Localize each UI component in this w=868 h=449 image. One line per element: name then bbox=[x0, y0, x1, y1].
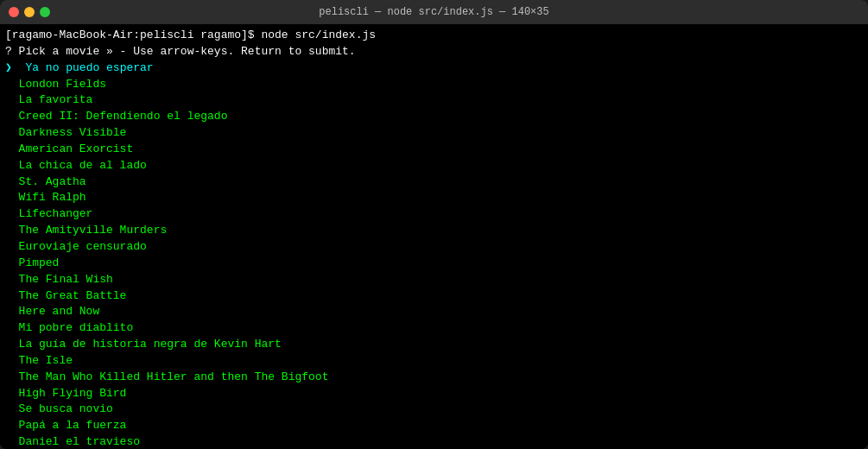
list-item[interactable]: London Fields bbox=[5, 77, 863, 93]
close-button[interactable] bbox=[9, 7, 19, 17]
list-item[interactable]: High Flying Bird bbox=[5, 386, 863, 402]
window-title: peliscli — node src/index.js — 140×35 bbox=[319, 6, 548, 18]
selected-item[interactable]: ❯ Ya no puedo esperar bbox=[5, 60, 863, 77]
pick-label: ? Pick a movie » - Use arrow-keys. Retur… bbox=[5, 44, 863, 60]
list-item[interactable]: La favorita bbox=[5, 92, 863, 109]
list-item[interactable]: Se busca novio bbox=[5, 402, 863, 418]
items-list: London Fields La favorita Creed II: Defe… bbox=[5, 77, 863, 449]
list-item[interactable]: Darkness Visible bbox=[5, 125, 863, 142]
list-item[interactable]: The Great Battle bbox=[5, 288, 863, 305]
maximize-button[interactable] bbox=[40, 7, 50, 17]
minimize-button[interactable] bbox=[24, 7, 35, 17]
list-item[interactable]: Daniel el travieso bbox=[5, 434, 863, 449]
prompt-line: [ragamo-MacBook-Air:peliscli ragamo]$ no… bbox=[5, 28, 863, 44]
list-item[interactable]: St. Agatha bbox=[5, 174, 863, 191]
list-item[interactable]: Pimped bbox=[5, 256, 863, 272]
list-item[interactable]: Lifechanger bbox=[5, 206, 863, 223]
list-item[interactable]: Wifi Ralph bbox=[5, 190, 863, 206]
list-item[interactable]: Here and Now bbox=[5, 304, 863, 320]
terminal-window: peliscli — node src/index.js — 140×35 [r… bbox=[0, 0, 868, 449]
list-item[interactable]: American Exorcist bbox=[5, 142, 863, 158]
list-item[interactable]: La guía de historia negra de Kevin Hart bbox=[5, 337, 863, 353]
list-item[interactable]: The Isle bbox=[5, 353, 863, 370]
list-item[interactable]: Mi pobre diablito bbox=[5, 320, 863, 337]
list-item[interactable]: The Final Wish bbox=[5, 272, 863, 288]
list-item[interactable]: The Man Who Killed Hitler and then The B… bbox=[5, 370, 863, 386]
list-item[interactable]: La chica de al lado bbox=[5, 158, 863, 174]
list-item[interactable]: Papá a la fuerza bbox=[5, 418, 863, 434]
list-item[interactable]: Creed II: Defendiendo el legado bbox=[5, 109, 863, 125]
list-item[interactable]: The Amityville Murders bbox=[5, 223, 863, 239]
terminal-content[interactable]: [ragamo-MacBook-Air:peliscli ragamo]$ no… bbox=[0, 24, 868, 449]
titlebar: peliscli — node src/index.js — 140×35 bbox=[0, 0, 868, 24]
traffic-lights bbox=[9, 7, 50, 17]
list-item[interactable]: Euroviaje censurado bbox=[5, 239, 863, 256]
